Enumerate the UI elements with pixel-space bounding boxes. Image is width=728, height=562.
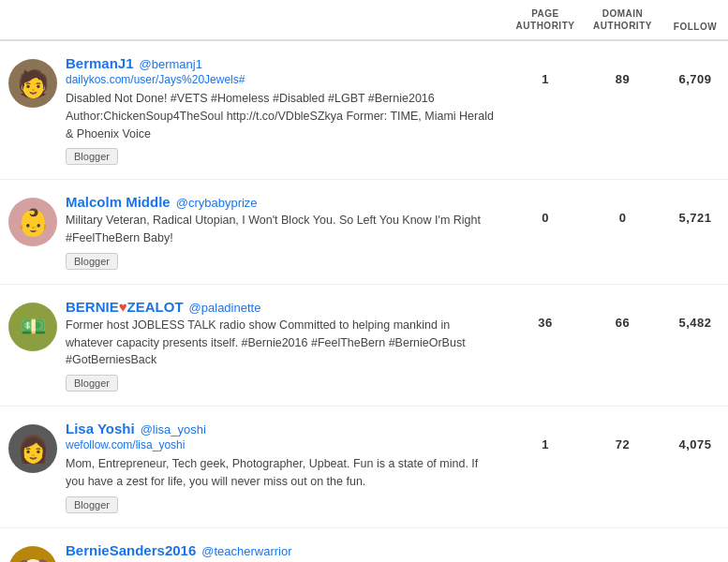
user-bio: Disabled Not Done! #VETS #Homeless #Disa… [66, 90, 498, 142]
user-name[interactable]: BernieSanders2016 [66, 542, 196, 558]
follow-number: 6,709 [678, 72, 711, 86]
user-handle[interactable]: @lisa_yoshi [141, 422, 206, 436]
user-info: BermanJ1@bermanj1dailykos.com/user/Jays%… [66, 55, 508, 165]
tag-badge[interactable]: Blogger [66, 496, 118, 513]
follow-value: 3,757 [662, 542, 728, 563]
page-authority-number: 0 [542, 211, 549, 227]
avatar: 🧑 [8, 59, 57, 108]
user-name[interactable]: BermanJ1 [66, 55, 134, 71]
user-name[interactable]: Lisa Yoshi [66, 421, 135, 436]
user-name[interactable]: BERNIE♥ZEALOT [66, 299, 184, 315]
user-link[interactable]: dailykos.com/user/Jays%20Jewels# [66, 73, 498, 86]
page-authority-value: 36 [508, 299, 583, 332]
follow-number: 4,075 [678, 437, 711, 451]
follow-number: 5,482 [678, 316, 711, 330]
table-row: 💵BERNIE♥ZEALOT@paladinetteFormer host JO… [0, 285, 728, 407]
domain-authority-number: 0 [619, 559, 627, 563]
avatar: 🐶 [8, 546, 57, 563]
domain-authority-number: 89 [616, 72, 630, 88]
table-row: 👶Malcolm Middle@crybabyprizeMilitary Vet… [0, 180, 728, 285]
user-handle[interactable]: @crybabyprize [176, 196, 258, 210]
domain-authority-value: 66 [583, 299, 662, 332]
user-bio: Military Veteran, Radical Utopian, I Won… [66, 212, 498, 247]
user-name-line: BernieSanders2016@teacherwarrior [66, 542, 498, 558]
follow-value: 5,721 [662, 194, 728, 225]
follow-number: 3,757 [678, 559, 711, 563]
page-authority-value: 1 [508, 55, 583, 88]
avatar-col: 🐶 [0, 542, 66, 563]
avatar: 👶 [8, 198, 57, 246]
table-header: PAGEAUTHORITY DOMAINAUTHORITY FOLLOW [0, 0, 728, 41]
follow-value: 5,482 [662, 299, 728, 330]
follow-number: 5,721 [678, 211, 711, 225]
follow-value: 4,075 [662, 421, 728, 451]
avatar-col: 👶 [0, 194, 66, 246]
header-follow: FOLLOW [662, 22, 728, 32]
avatar: 👩 [8, 424, 57, 473]
user-link[interactable]: wefollow.com/lisa_yoshi [66, 438, 498, 451]
table-row: 🐶BernieSanders2016@teacherwarriorEx-teac… [0, 528, 728, 563]
user-bio: Former host JOBLESS TALK radio show Comm… [66, 317, 498, 369]
user-info: Lisa Yoshi@lisa_yoshiwefollow.com/lisa_y… [66, 421, 508, 513]
domain-authority-number: 72 [616, 437, 630, 453]
user-handle[interactable]: @paladinette [189, 301, 261, 315]
user-name-line: Lisa Yoshi@lisa_yoshi [66, 421, 498, 436]
domain-authority-value: 0 [583, 542, 662, 563]
avatar-col: 🧑 [0, 55, 66, 108]
page-authority-value: 0 [508, 542, 583, 563]
page-authority-number: 1 [542, 437, 549, 453]
user-info: Malcolm Middle@crybabyprizeMilitary Vete… [66, 194, 508, 270]
header-page-authority: PAGEAUTHORITY [508, 7, 583, 32]
avatar-col: 👩 [0, 421, 66, 473]
influencer-table: PAGEAUTHORITY DOMAINAUTHORITY FOLLOW 🧑Be… [0, 0, 728, 562]
header-domain-authority: DOMAINAUTHORITY [583, 7, 662, 32]
user-rows-container: 🧑BermanJ1@bermanj1dailykos.com/user/Jays… [0, 41, 728, 562]
user-handle[interactable]: @teacherwarrior [201, 544, 291, 558]
user-name-line: Malcolm Middle@crybabyprize [66, 194, 498, 210]
tag-badge[interactable]: Blogger [66, 148, 118, 165]
table-row: 👩Lisa Yoshi@lisa_yoshiwefollow.com/lisa_… [0, 407, 728, 528]
user-name[interactable]: Malcolm Middle [66, 194, 171, 210]
domain-authority-number: 0 [619, 211, 627, 227]
domain-authority-value: 72 [583, 421, 662, 453]
user-info: BERNIE♥ZEALOT@paladinetteFormer host JOB… [66, 299, 508, 392]
page-authority-number: 1 [542, 72, 549, 88]
user-bio: Mom, Entrepreneur, Tech geek, Photograph… [66, 455, 498, 491]
page-authority-value: 1 [508, 421, 583, 453]
tag-badge[interactable]: Blogger [66, 375, 118, 392]
domain-authority-value: 0 [583, 194, 662, 227]
page-authority-number: 36 [538, 316, 552, 332]
tag-badge[interactable]: Blogger [66, 253, 118, 270]
avatar: 💵 [8, 303, 57, 351]
domain-authority-number: 66 [616, 316, 630, 332]
heart-icon: ♥ [119, 299, 127, 315]
user-handle[interactable]: @bermanj1 [140, 57, 202, 71]
user-info: BernieSanders2016@teacherwarriorEx-teach… [66, 542, 508, 563]
page-authority-value: 0 [508, 194, 583, 227]
domain-authority-value: 89 [583, 55, 662, 88]
avatar-col: 💵 [0, 299, 66, 351]
user-name-line: BERNIE♥ZEALOT@paladinette [66, 299, 498, 315]
follow-value: 6,709 [662, 55, 728, 86]
page-authority-number: 0 [542, 559, 549, 563]
table-row: 🧑BermanJ1@bermanj1dailykos.com/user/Jays… [0, 41, 728, 180]
user-name-line: BermanJ1@bermanj1 [66, 55, 498, 71]
